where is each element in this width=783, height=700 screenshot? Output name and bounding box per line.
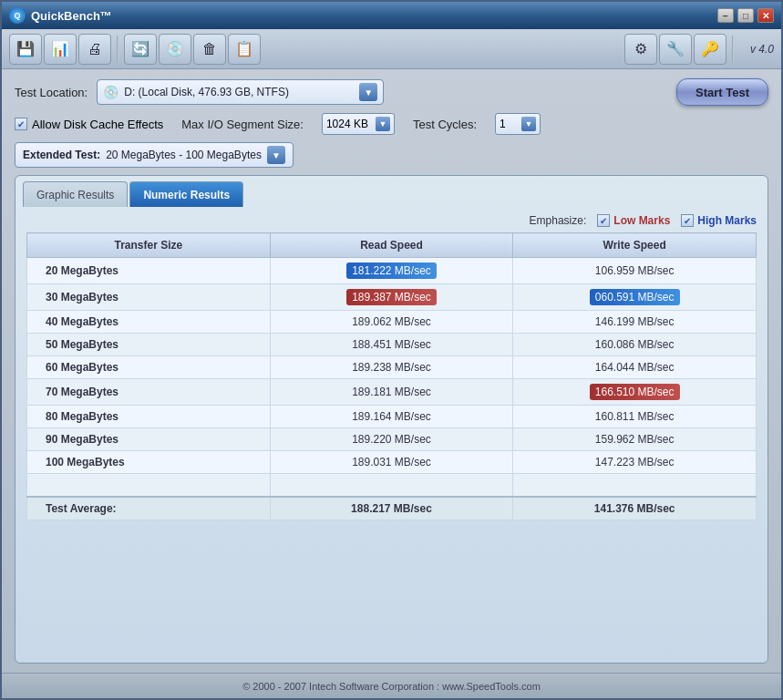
cell-transfer-size: 20 MegaBytes	[27, 258, 271, 284]
extended-test-arrow: ▼	[267, 146, 285, 164]
toolbar: 💾 📊 🖨 🔄 💿 🗑 📋 ⚙ 🔧 🔑 v 4.0	[2, 29, 781, 69]
max-io-select[interactable]: 1024 KB ▼	[322, 113, 395, 135]
app-icon: Q	[9, 7, 26, 24]
col-header-transfer: Transfer Size	[27, 233, 271, 258]
app-title: QuickBench™	[31, 9, 112, 23]
cell-transfer-size: 100 MegaBytes	[27, 451, 271, 474]
chart-button[interactable]: 📊	[44, 34, 77, 65]
table-row: 60 MegaBytes189.238 MB/sec164.044 MB/sec	[27, 356, 757, 379]
max-io-arrow: ▼	[376, 117, 390, 131]
average-row: Test Average: 188.217 MB/sec 141.376 MB/…	[27, 497, 757, 520]
low-marks-checkbox[interactable]: ✔ Low Marks	[597, 214, 670, 227]
table-row: 80 MegaBytes189.164 MB/sec160.811 MB/sec	[27, 406, 757, 428]
title-bar-controls: − □ ✕	[717, 8, 774, 23]
disk-icon: 💿	[103, 85, 118, 99]
table-row: 30 MegaBytes189.387 MB/sec060.591 MB/sec	[27, 284, 757, 311]
low-marks-label: Low Marks	[613, 214, 670, 227]
tab-graphic-results[interactable]: Graphic Results	[23, 181, 128, 207]
test-cycles-select[interactable]: 1 ▼	[495, 113, 541, 135]
test-cycles-arrow: ▼	[521, 117, 536, 131]
cell-write-speed: 166.510 MB/sec	[513, 379, 757, 406]
toolbar-separator-1	[117, 36, 118, 63]
cell-read-speed: 181.222 MB/sec	[270, 258, 513, 284]
disk-button[interactable]: 💿	[159, 34, 191, 65]
cell-read-speed: 189.387 MB/sec	[270, 284, 513, 311]
spacer-row	[27, 474, 757, 498]
extended-test-label: Extended Test:	[23, 149, 100, 161]
title-bar: Q QuickBench™ − □ ✕	[2, 2, 781, 29]
delete-button[interactable]: 🗑	[193, 34, 226, 65]
clipboard-button[interactable]: 📋	[228, 34, 261, 65]
test-cycles-value: 1	[500, 118, 518, 130]
write-highlight-blue: 060.591 MB/sec	[590, 289, 680, 305]
test-location-value: D: (Local Disk, 476.93 GB, NTFS)	[124, 86, 354, 98]
cell-transfer-size: 30 MegaBytes	[27, 284, 271, 311]
allow-cache-checkbox[interactable]: ✔ Allow Disk Cache Effects	[15, 118, 163, 131]
start-test-button[interactable]: Start Test	[676, 78, 768, 106]
footer: © 2000 - 2007 Intech Software Corporatio…	[2, 673, 781, 698]
avg-write: 141.376 MB/sec	[513, 497, 757, 520]
cell-write-speed: 159.962 MB/sec	[513, 428, 757, 451]
tabs-row: Graphic Results Numeric Results	[15, 176, 768, 207]
test-cycles-label: Test Cycles:	[413, 118, 477, 131]
close-button[interactable]: ✕	[757, 8, 774, 23]
cell-transfer-size: 70 MegaBytes	[27, 379, 271, 406]
results-panel: Graphic Results Numeric Results Emphasiz…	[15, 175, 768, 664]
extended-test-row: Extended Test: 20 MegaBytes - 100 MegaBy…	[15, 142, 768, 168]
cell-write-speed: 106.959 MB/sec	[513, 258, 757, 284]
cell-write-speed: 146.199 MB/sec	[513, 311, 757, 334]
high-marks-checkbox[interactable]: ✔ High Marks	[681, 214, 757, 227]
allow-cache-cb-icon: ✔	[15, 118, 27, 130]
test-location-arrow: ▼	[359, 83, 377, 101]
read-highlight-red: 189.387 MB/sec	[346, 289, 437, 305]
cell-read-speed: 189.031 MB/sec	[270, 451, 513, 474]
avg-label: Test Average:	[27, 497, 271, 520]
maximize-button[interactable]: □	[737, 8, 754, 23]
cell-read-speed: 189.220 MB/sec	[270, 428, 513, 451]
cell-write-speed: 160.811 MB/sec	[513, 406, 757, 428]
high-marks-label: High Marks	[697, 214, 757, 227]
title-bar-left: Q QuickBench™	[9, 7, 112, 24]
test-location-select[interactable]: 💿 D: (Local Disk, 476.93 GB, NTFS) ▼	[97, 79, 384, 105]
cell-transfer-size: 60 MegaBytes	[27, 356, 271, 379]
table-area: Emphasize: ✔ Low Marks ✔ High Marks Tran…	[15, 207, 768, 663]
main-window: Q QuickBench™ − □ ✕ 💾 📊 🖨 🔄 💿 🗑 📋 ⚙ 🔧 🔑 …	[0, 0, 783, 700]
tab-numeric-results[interactable]: Numeric Results	[129, 181, 243, 207]
data-table: Transfer Size Read Speed Write Speed 20 …	[26, 232, 757, 520]
table-row: 100 MegaBytes189.031 MB/sec147.223 MB/se…	[27, 451, 757, 474]
save-button[interactable]: 💾	[9, 34, 42, 65]
cell-read-speed: 188.451 MB/sec	[270, 334, 513, 356]
cell-read-speed: 189.062 MB/sec	[270, 311, 513, 334]
high-marks-cb-icon: ✔	[681, 214, 694, 227]
col-header-write: Write Speed	[513, 233, 757, 258]
key-button[interactable]: 🔑	[694, 34, 726, 65]
cell-transfer-size: 50 MegaBytes	[27, 334, 271, 356]
cell-transfer-size: 40 MegaBytes	[27, 311, 271, 334]
cell-read-speed: 189.238 MB/sec	[270, 356, 513, 379]
test-location-row: Test Location: 💿 D: (Local Disk, 476.93 …	[15, 78, 768, 106]
table-row: 90 MegaBytes189.220 MB/sec159.962 MB/sec	[27, 428, 757, 451]
settings-button[interactable]: ⚙	[624, 34, 657, 65]
read-highlight-blue: 181.222 MB/sec	[346, 262, 437, 279]
emphasize-row: Emphasize: ✔ Low Marks ✔ High Marks	[26, 214, 757, 227]
allow-cache-label: Allow Disk Cache Effects	[32, 118, 163, 131]
cell-write-speed: 147.223 MB/sec	[513, 451, 757, 474]
extended-test-value: 20 MegaBytes - 100 MegaBytes	[106, 149, 262, 161]
refresh-button[interactable]: 🔄	[124, 34, 157, 65]
cell-transfer-size: 90 MegaBytes	[27, 428, 271, 451]
avg-read: 188.217 MB/sec	[270, 497, 513, 520]
options-row: ✔ Allow Disk Cache Effects Max I/O Segme…	[15, 113, 768, 135]
extended-test-select[interactable]: Extended Test: 20 MegaBytes - 100 MegaBy…	[15, 142, 294, 168]
toolbar-separator-2	[732, 36, 734, 63]
table-row: 70 MegaBytes189.181 MB/sec166.510 MB/sec	[27, 379, 757, 406]
main-content: Test Location: 💿 D: (Local Disk, 476.93 …	[2, 69, 781, 673]
toolbar-right: ⚙ 🔧 🔑 v 4.0	[624, 34, 774, 65]
table-row: 40 MegaBytes189.062 MB/sec146.199 MB/sec	[27, 311, 757, 334]
print-button[interactable]: 🖨	[78, 34, 111, 65]
footer-text: © 2000 - 2007 Intech Software Corporatio…	[242, 681, 541, 692]
cell-read-speed: 189.164 MB/sec	[270, 406, 513, 428]
version-label: v 4.0	[750, 43, 774, 56]
cell-transfer-size: 80 MegaBytes	[27, 406, 271, 428]
minimize-button[interactable]: −	[717, 8, 734, 23]
tools-button[interactable]: 🔧	[659, 34, 692, 65]
